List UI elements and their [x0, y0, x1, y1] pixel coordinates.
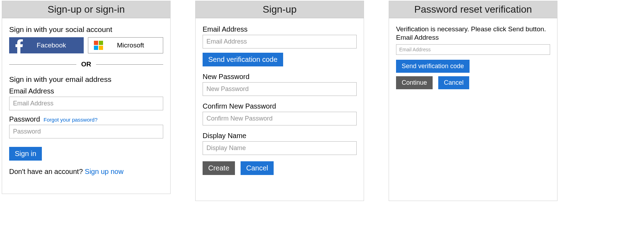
password-input[interactable] [9, 125, 163, 138]
forgot-password-link[interactable]: Forgot your password? [44, 117, 97, 123]
facebook-icon [11, 37, 27, 53]
confirm-password-input[interactable] [203, 112, 357, 125]
confirm-password-label: Confirm New Password [203, 102, 357, 110]
reset-send-verification-button[interactable]: Send verification code [396, 60, 470, 73]
facebook-label: Facebook [27, 41, 82, 49]
email-input[interactable] [9, 97, 163, 110]
no-account-text: Don't have an account? [9, 168, 85, 175]
new-password-input[interactable] [203, 82, 357, 96]
ms-tile-yellow [99, 46, 103, 50]
or-text: OR [76, 60, 96, 68]
microsoft-label: Microsoft [107, 41, 161, 49]
microsoft-button[interactable]: Microsoft [88, 37, 163, 53]
signin-panel-body: Sign in with your social account Faceboo… [2, 18, 170, 179]
signup-cancel-button[interactable]: Cancel [241, 161, 274, 175]
ms-tile-blue [94, 46, 98, 50]
send-verification-button[interactable]: Send verification code [203, 53, 283, 66]
signup-email-input[interactable] [203, 35, 357, 48]
password-label: Password [9, 115, 40, 123]
signup-panel-body: Email Address Send verification code New… [196, 18, 364, 179]
reset-email-label: Email Address [396, 34, 550, 41]
or-divider: OR [9, 60, 163, 68]
local-heading: Sign in with your email address [9, 75, 163, 84]
display-name-input[interactable] [203, 141, 357, 155]
microsoft-icon [90, 37, 107, 53]
signup-email-label: Email Address [203, 25, 357, 33]
social-heading: Sign in with your social account [9, 25, 163, 34]
email-label: Email Address [9, 87, 163, 95]
ms-tile-red [94, 41, 98, 45]
continue-button[interactable]: Continue [396, 76, 433, 89]
signin-panel: Sign-up or sign-in Sign in with your soc… [2, 1, 171, 194]
reset-cancel-button[interactable]: Cancel [438, 76, 469, 89]
social-buttons-row: Facebook Microsoft [9, 37, 163, 53]
reset-info-text: Verification is necessary. Please click … [396, 25, 550, 33]
new-password-label: New Password [203, 73, 357, 81]
signin-panel-title: Sign-up or sign-in [2, 1, 170, 18]
signup-panel: Sign-up Email Address Send verification … [195, 1, 364, 201]
reset-panel-body: Verification is necessary. Please click … [389, 18, 557, 93]
facebook-button[interactable]: Facebook [9, 37, 84, 53]
reset-panel: Password reset verification Verification… [389, 1, 557, 201]
signup-now-link[interactable]: Sign up now [85, 168, 123, 175]
display-name-label: Display Name [203, 132, 357, 140]
ms-tile-green [99, 41, 103, 45]
no-account-line: Don't have an account? Sign up now [9, 168, 163, 176]
reset-email-input[interactable] [396, 44, 550, 55]
reset-panel-title: Password reset verification [389, 1, 557, 18]
signup-panel-title: Sign-up [196, 1, 364, 18]
create-button[interactable]: Create [203, 161, 235, 175]
signin-button[interactable]: Sign in [9, 147, 42, 161]
